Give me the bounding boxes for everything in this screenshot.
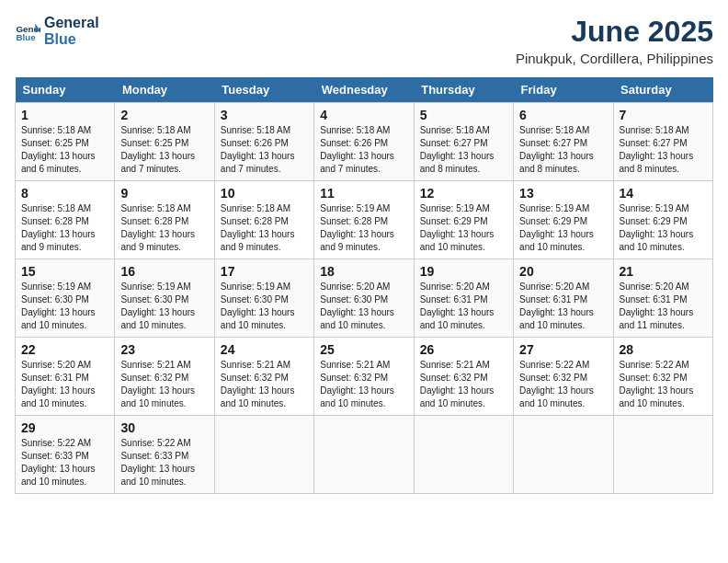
cell-info: Sunrise: 5:18 AM Sunset: 6:28 PM Dayligh…	[221, 202, 308, 254]
day-number: 19	[420, 264, 507, 279]
cell-info: Sunrise: 5:20 AM Sunset: 6:31 PM Dayligh…	[519, 281, 607, 332]
cell-info: Sunrise: 5:21 AM Sunset: 6:32 PM Dayligh…	[221, 359, 308, 410]
day-4: 4 Sunrise: 5:18 AM Sunset: 6:26 PM Dayli…	[314, 103, 414, 181]
cell-info: Sunrise: 5:20 AM Sunset: 6:31 PM Dayligh…	[620, 281, 707, 332]
day-number: 24	[221, 342, 308, 357]
week-row-4: 22 Sunrise: 5:20 AM Sunset: 6:31 PM Dayl…	[16, 338, 713, 416]
day-8: 8 Sunrise: 5:18 AM Sunset: 6:28 PM Dayli…	[16, 181, 115, 259]
header-thursday: Thursday	[414, 77, 513, 103]
day-20: 20 Sunrise: 5:20 AM Sunset: 6:31 PM Dayl…	[514, 259, 613, 338]
cell-info: Sunrise: 5:20 AM Sunset: 6:30 PM Dayligh…	[320, 281, 407, 332]
cell-info: Sunrise: 5:21 AM Sunset: 6:32 PM Dayligh…	[120, 359, 208, 410]
calendar-title: June 2025	[516, 15, 713, 49]
day-number: 20	[519, 264, 607, 279]
cell-info: Sunrise: 5:22 AM Sunset: 6:33 PM Dayligh…	[120, 437, 208, 488]
day-number: 7	[620, 108, 707, 122]
day-number: 22	[21, 342, 108, 357]
cell-info: Sunrise: 5:22 AM Sunset: 6:32 PM Dayligh…	[519, 359, 607, 410]
empty-cell	[613, 416, 712, 494]
cell-info: Sunrise: 5:18 AM Sunset: 6:25 PM Dayligh…	[120, 124, 208, 176]
header-tuesday: Tuesday	[214, 77, 313, 103]
cell-info: Sunrise: 5:19 AM Sunset: 6:30 PM Dayligh…	[120, 281, 208, 332]
header-saturday: Saturday	[613, 77, 712, 103]
day-number: 9	[120, 186, 208, 201]
day-number: 10	[221, 186, 308, 201]
day-number: 16	[120, 264, 208, 279]
cell-info: Sunrise: 5:21 AM Sunset: 6:32 PM Dayligh…	[420, 359, 507, 410]
logo-icon: General Blue	[15, 18, 40, 44]
day-number: 18	[320, 264, 407, 279]
day-9: 9 Sunrise: 5:18 AM Sunset: 6:28 PM Dayli…	[115, 181, 214, 259]
weekday-header-row: Sunday Monday Tuesday Wednesday Thursday…	[16, 77, 713, 103]
cell-info: Sunrise: 5:21 AM Sunset: 6:32 PM Dayligh…	[320, 359, 407, 410]
day-23: 23 Sunrise: 5:21 AM Sunset: 6:32 PM Dayl…	[115, 338, 214, 416]
day-14: 14 Sunrise: 5:19 AM Sunset: 6:29 PM Dayl…	[613, 181, 712, 259]
cell-info: Sunrise: 5:19 AM Sunset: 6:30 PM Dayligh…	[21, 281, 108, 332]
day-number: 21	[620, 264, 707, 279]
day-number: 2	[120, 108, 208, 122]
day-6: 6 Sunrise: 5:18 AM Sunset: 6:27 PM Dayli…	[514, 103, 613, 181]
logo-general: General	[44, 15, 99, 31]
day-number: 1	[21, 108, 108, 122]
day-number: 13	[519, 186, 607, 201]
day-number: 12	[420, 186, 507, 201]
calendar-table: Sunday Monday Tuesday Wednesday Thursday…	[15, 77, 713, 494]
day-26: 26 Sunrise: 5:21 AM Sunset: 6:32 PM Dayl…	[414, 338, 513, 416]
week-row-3: 15 Sunrise: 5:19 AM Sunset: 6:30 PM Dayl…	[16, 259, 713, 338]
day-22: 22 Sunrise: 5:20 AM Sunset: 6:31 PM Dayl…	[16, 338, 115, 416]
cell-info: Sunrise: 5:18 AM Sunset: 6:27 PM Dayligh…	[420, 124, 507, 176]
cell-info: Sunrise: 5:18 AM Sunset: 6:27 PM Dayligh…	[620, 124, 707, 176]
day-number: 15	[21, 264, 108, 279]
day-13: 13 Sunrise: 5:19 AM Sunset: 6:29 PM Dayl…	[514, 181, 613, 259]
day-25: 25 Sunrise: 5:21 AM Sunset: 6:32 PM Dayl…	[314, 338, 414, 416]
header-friday: Friday	[514, 77, 613, 103]
day-30: 30 Sunrise: 5:22 AM Sunset: 6:33 PM Dayl…	[115, 416, 214, 494]
day-number: 8	[21, 186, 108, 201]
day-21: 21 Sunrise: 5:20 AM Sunset: 6:31 PM Dayl…	[613, 259, 712, 338]
day-24: 24 Sunrise: 5:21 AM Sunset: 6:32 PM Dayl…	[214, 338, 313, 416]
cell-info: Sunrise: 5:20 AM Sunset: 6:31 PM Dayligh…	[21, 359, 108, 410]
day-16: 16 Sunrise: 5:19 AM Sunset: 6:30 PM Dayl…	[115, 259, 214, 338]
day-number: 29	[21, 420, 108, 435]
cell-info: Sunrise: 5:18 AM Sunset: 6:28 PM Dayligh…	[120, 202, 208, 254]
day-29: 29 Sunrise: 5:22 AM Sunset: 6:33 PM Dayl…	[16, 416, 115, 494]
cell-info: Sunrise: 5:22 AM Sunset: 6:33 PM Dayligh…	[21, 437, 108, 488]
day-number: 14	[620, 186, 707, 201]
cell-info: Sunrise: 5:18 AM Sunset: 6:25 PM Dayligh…	[21, 124, 108, 176]
logo: General Blue General Blue	[15, 15, 99, 47]
day-number: 23	[120, 342, 208, 357]
day-number: 5	[420, 108, 507, 122]
day-number: 4	[320, 108, 407, 122]
logo-blue: Blue	[44, 31, 99, 48]
day-number: 27	[519, 342, 607, 357]
day-2: 2 Sunrise: 5:18 AM Sunset: 6:25 PM Dayli…	[115, 103, 214, 181]
cell-info: Sunrise: 5:18 AM Sunset: 6:27 PM Dayligh…	[519, 124, 607, 176]
day-5: 5 Sunrise: 5:18 AM Sunset: 6:27 PM Dayli…	[414, 103, 513, 181]
day-number: 3	[221, 108, 308, 122]
cell-info: Sunrise: 5:18 AM Sunset: 6:26 PM Dayligh…	[320, 124, 407, 176]
day-19: 19 Sunrise: 5:20 AM Sunset: 6:31 PM Dayl…	[414, 259, 513, 338]
day-27: 27 Sunrise: 5:22 AM Sunset: 6:32 PM Dayl…	[514, 338, 613, 416]
header-sunday: Sunday	[16, 77, 115, 103]
header: General Blue General Blue June 2025 Pinu…	[15, 15, 713, 66]
empty-cell	[514, 416, 613, 494]
svg-text:Blue: Blue	[16, 31, 36, 41]
header-wednesday: Wednesday	[314, 77, 414, 103]
cell-info: Sunrise: 5:18 AM Sunset: 6:28 PM Dayligh…	[21, 202, 108, 254]
cell-info: Sunrise: 5:19 AM Sunset: 6:29 PM Dayligh…	[420, 202, 507, 254]
cell-info: Sunrise: 5:19 AM Sunset: 6:29 PM Dayligh…	[620, 202, 707, 254]
day-3: 3 Sunrise: 5:18 AM Sunset: 6:26 PM Dayli…	[214, 103, 313, 181]
day-number: 17	[221, 264, 308, 279]
week-row-2: 8 Sunrise: 5:18 AM Sunset: 6:28 PM Dayli…	[16, 181, 713, 259]
cell-info: Sunrise: 5:20 AM Sunset: 6:31 PM Dayligh…	[420, 281, 507, 332]
day-number: 26	[420, 342, 507, 357]
day-1: 1 Sunrise: 5:18 AM Sunset: 6:25 PM Dayli…	[16, 103, 115, 181]
day-number: 30	[120, 420, 208, 435]
empty-cell	[314, 416, 414, 494]
header-monday: Monday	[115, 77, 214, 103]
cell-info: Sunrise: 5:22 AM Sunset: 6:32 PM Dayligh…	[620, 359, 707, 410]
day-number: 28	[620, 342, 707, 357]
day-18: 18 Sunrise: 5:20 AM Sunset: 6:30 PM Dayl…	[314, 259, 414, 338]
empty-cell	[414, 416, 513, 494]
day-28: 28 Sunrise: 5:22 AM Sunset: 6:32 PM Dayl…	[613, 338, 712, 416]
